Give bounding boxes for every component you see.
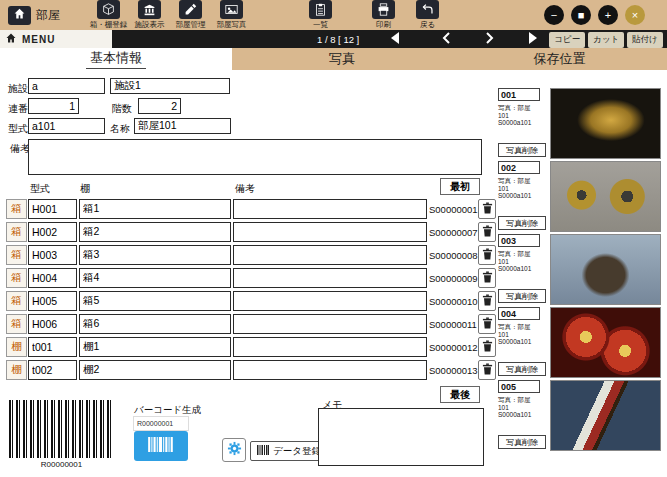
plus-button[interactable]: + [598, 5, 618, 25]
delete-photo-button[interactable]: 写真削除 [498, 435, 546, 449]
row-name-input[interactable] [79, 245, 231, 265]
row-type-label: 箱 [6, 314, 27, 334]
row-model-input[interactable] [28, 360, 77, 380]
generate-barcode-button[interactable] [134, 431, 188, 461]
trash-icon [482, 294, 493, 309]
row-name-input[interactable] [79, 314, 231, 334]
photo-icon [220, 0, 243, 19]
row-remarks-input[interactable] [233, 268, 427, 288]
delete-photo-button[interactable]: 写真削除 [498, 216, 546, 230]
toolbar-button-room-photo[interactable]: 部屋写真 [211, 0, 252, 30]
delete-row-button[interactable] [478, 337, 496, 357]
basic-info-panel: 施設 連番 階数 型式 名称 備考 型式 棚 備考 最初 箱 S00000001… [0, 70, 667, 477]
settings-gear-button[interactable] [222, 438, 246, 462]
last-record-button[interactable] [528, 32, 538, 46]
row-remarks-input[interactable] [233, 245, 427, 265]
delete-photo-button[interactable]: 写真削除 [498, 289, 546, 303]
row-model-input[interactable] [28, 245, 77, 265]
row-model-input[interactable] [28, 291, 77, 311]
row-name-input[interactable] [79, 222, 231, 242]
delete-row-button[interactable] [478, 268, 496, 288]
row-model-input[interactable] [28, 337, 77, 357]
row-model-input[interactable] [28, 222, 77, 242]
delete-row-button[interactable] [478, 360, 496, 380]
gear-icon [227, 441, 242, 459]
row-type-label: 棚 [6, 360, 27, 380]
row-remarks-input[interactable] [233, 314, 427, 334]
name-label: 名称 [110, 122, 130, 136]
delete-row-button[interactable] [478, 314, 496, 334]
toolbar-button-back[interactable]: 戻る [407, 0, 448, 30]
delete-row-button[interactable] [478, 291, 496, 311]
trash-icon [482, 225, 493, 240]
next-record-button[interactable] [486, 32, 494, 46]
photo-item: 005 写真：部屋101S0000a101 写真削除 [498, 380, 662, 451]
home-icon [5, 30, 17, 48]
minus-button[interactable]: − [544, 5, 564, 25]
delete-photo-button[interactable]: 写真削除 [498, 143, 546, 157]
room-name-input[interactable] [134, 118, 231, 134]
row-remarks-input[interactable] [233, 291, 427, 311]
tab-storage-location[interactable]: 保存位置 [452, 48, 667, 70]
barcode-generate-label: バーコード生成 [134, 404, 201, 417]
first-page-button[interactable]: 最初 [440, 178, 480, 195]
data-register-button[interactable]: データ登録 [250, 441, 328, 461]
photo-thumbnail[interactable] [550, 161, 661, 232]
row-name-input[interactable] [79, 360, 231, 380]
stop-button[interactable]: ■ [571, 5, 591, 25]
prev-record-button[interactable] [442, 32, 450, 46]
toolbar-button-list[interactable]: 一覧 [300, 0, 341, 30]
barcode-icon [148, 437, 174, 455]
photo-thumbnail[interactable] [550, 88, 661, 159]
row-name-input[interactable] [79, 337, 231, 357]
toolbar-button-box-shelf-register[interactable]: 箱・棚登録 [88, 0, 129, 30]
serial-input[interactable] [28, 98, 79, 114]
trash-icon [482, 248, 493, 263]
row-remarks-input[interactable] [233, 199, 427, 219]
tab-bar: 基本情報 写真 保存位置 [0, 48, 667, 70]
tab-photo[interactable]: 写真 [232, 48, 452, 70]
facility-code-input[interactable] [28, 78, 105, 94]
close-button[interactable]: × [625, 5, 645, 25]
column-header-shelf: 棚 [80, 182, 90, 196]
photo-thumbnail[interactable] [550, 307, 661, 378]
model-input[interactable] [28, 118, 105, 134]
row-name-input[interactable] [79, 268, 231, 288]
copy-button[interactable]: コピー [549, 32, 585, 48]
photo-thumbnail[interactable] [550, 380, 661, 451]
paste-button[interactable]: 貼付け [627, 32, 663, 48]
delete-row-button[interactable] [478, 222, 496, 242]
row-model-input[interactable] [28, 199, 77, 219]
row-remarks-input[interactable] [233, 222, 427, 242]
menu-button[interactable]: MENU [0, 30, 112, 48]
delete-row-button[interactable] [478, 199, 496, 219]
toolbar-button-print[interactable]: 印刷 [363, 0, 404, 30]
cut-button[interactable]: カット [588, 32, 624, 48]
row-model-input[interactable] [28, 314, 77, 334]
row-model-input[interactable] [28, 268, 77, 288]
window-controls: − ■ + × [544, 5, 645, 25]
row-remarks-input[interactable] [233, 337, 427, 357]
row-remarks-input[interactable] [233, 360, 427, 380]
delete-row-button[interactable] [478, 245, 496, 265]
edit-pencil-icon [179, 0, 202, 19]
delete-photo-button[interactable]: 写真削除 [498, 362, 546, 376]
row-type-label: 箱 [6, 291, 27, 311]
remarks-textarea[interactable] [28, 139, 482, 175]
first-record-button[interactable] [390, 32, 400, 46]
photo-thumbnail[interactable] [550, 234, 661, 305]
tab-basic-info[interactable]: 基本情報 [0, 48, 232, 70]
row-name-input[interactable] [79, 199, 231, 219]
home-button[interactable] [8, 6, 31, 25]
last-page-button[interactable]: 最後 [440, 386, 480, 403]
row-type-label: 棚 [6, 337, 27, 357]
floor-count-input[interactable] [138, 98, 181, 114]
photo-caption: 写真：部屋101S0000a101 [498, 177, 548, 200]
row-code: S00000011 [429, 319, 477, 330]
photo-item: 003 写真：部屋101S0000a101 写真削除 [498, 234, 662, 305]
memo-textarea[interactable] [318, 408, 484, 466]
toolbar-button-facility-display[interactable]: 施設表示 [129, 0, 170, 30]
row-name-input[interactable] [79, 291, 231, 311]
toolbar-button-room-manage[interactable]: 部屋管理 [170, 0, 211, 30]
facility-name-input[interactable] [110, 78, 230, 94]
